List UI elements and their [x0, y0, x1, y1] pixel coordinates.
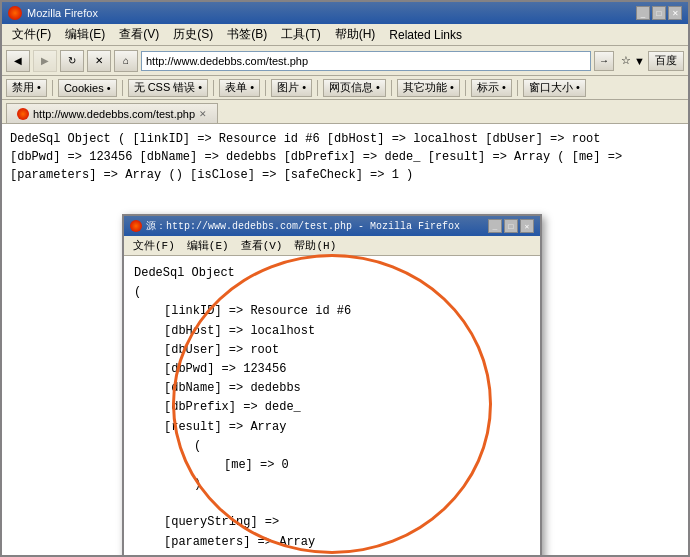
star-icon: ☆ [621, 54, 631, 67]
menu-tools[interactable]: 工具(T) [275, 24, 326, 45]
popup-close-button[interactable]: ✕ [520, 219, 534, 233]
tab-bar: http://www.dedebbs.com/test.php ✕ [2, 100, 688, 124]
tab-label: http://www.dedebbs.com/test.php [33, 108, 195, 120]
popup-line-14: [queryString] => [164, 513, 530, 532]
popup-title-text: 源：http://www.dedebbs.com/test.php - Mozi… [146, 219, 460, 233]
stop-button[interactable]: ✕ [87, 50, 111, 72]
page-line-1: DedeSql Object ( [linkID] => Resource id… [10, 130, 680, 148]
maximize-button[interactable]: □ [652, 6, 666, 20]
menu-bar: 文件(F) 编辑(E) 查看(V) 历史(S) 书签(B) 工具(T) 帮助(H… [2, 24, 688, 46]
menu-history[interactable]: 历史(S) [167, 24, 219, 45]
popup-line-16: ( [194, 552, 530, 555]
page-line-2: [dbPwd] => 123456 [dbName] => dedebbs [d… [10, 148, 680, 166]
go-button[interactable]: → [594, 51, 614, 71]
css-button[interactable]: 无 CSS 错误 • [128, 79, 209, 97]
title-bar: Mozilla Firefox _ □ ✕ [2, 2, 688, 24]
menu-related[interactable]: Related Links [383, 26, 468, 44]
refresh-button[interactable]: ↻ [60, 50, 84, 72]
cookies-button[interactable]: Cookies • [58, 79, 117, 97]
menu-bookmarks[interactable]: 书签(B) [221, 24, 273, 45]
popup-menu-view[interactable]: 查看(V) [236, 237, 288, 254]
mark-button[interactable]: 标示 • [471, 79, 512, 97]
page-line-3: [parameters] => Array () [isClose] => [s… [10, 166, 680, 184]
popup-line-12: ) [194, 475, 530, 494]
minimize-button[interactable]: _ [636, 6, 650, 20]
popup-content: DedeSql Object ( [linkID] => Resource id… [124, 256, 540, 555]
popup-line-13 [134, 494, 530, 513]
popup-line-2: ( [134, 283, 530, 302]
separator-2 [122, 80, 123, 96]
popup-line-1: DedeSql Object [134, 264, 530, 283]
popup-line-11: [me] => 0 [224, 456, 530, 475]
popup-line-8: [dbPrefix] => dede_ [164, 398, 530, 417]
menu-file[interactable]: 文件(F) [6, 24, 57, 45]
separator-7 [465, 80, 466, 96]
popup-line-4: [dbHost] => localhost [164, 322, 530, 341]
tab-close-button[interactable]: ✕ [199, 109, 207, 119]
popup-minimize-button[interactable]: _ [488, 219, 502, 233]
popup-maximize-button[interactable]: □ [504, 219, 518, 233]
home-button[interactable]: ⌂ [114, 50, 138, 72]
popup-menu-file[interactable]: 文件(F) [128, 237, 180, 254]
form-button[interactable]: 表单 • [219, 79, 260, 97]
popup-line-9: [result] => Array [164, 418, 530, 437]
address-input[interactable] [141, 51, 591, 71]
separator-3 [213, 80, 214, 96]
popup-menu-edit[interactable]: 编辑(E) [182, 237, 234, 254]
popup-line-5: [dbUser] => root [164, 341, 530, 360]
popup-firefox-icon [130, 220, 142, 232]
firefox-window: Mozilla Firefox _ □ ✕ 文件(F) 编辑(E) 查看(V) … [0, 0, 690, 557]
search-engine-button[interactable]: 百度 [648, 51, 684, 71]
extra-toolbar: 禁用 • Cookies • 无 CSS 错误 • 表单 • 图片 • 网页信息… [2, 76, 688, 100]
menu-help[interactable]: 帮助(H) [329, 24, 382, 45]
separator-4 [265, 80, 266, 96]
popup-window-controls: _ □ ✕ [488, 219, 534, 233]
menu-view[interactable]: 查看(V) [113, 24, 165, 45]
window-title: Mozilla Firefox [27, 7, 98, 19]
page-info-button[interactable]: 网页信息 • [323, 79, 386, 97]
window-size-button[interactable]: 窗口大小 • [523, 79, 586, 97]
popup-line-15: [parameters] => Array [164, 533, 530, 552]
separator-8 [517, 80, 518, 96]
firefox-icon [8, 6, 22, 20]
popup-title-left: 源：http://www.dedebbs.com/test.php - Mozi… [130, 219, 460, 233]
popup-line-6: [dbPwd] => 123456 [164, 360, 530, 379]
separator-6 [391, 80, 392, 96]
popup-line-3: [linkID] => Resource id #6 [164, 302, 530, 321]
image-button[interactable]: 图片 • [271, 79, 312, 97]
forward-button[interactable]: ▶ [33, 50, 57, 72]
separator-5 [317, 80, 318, 96]
tab-icon [17, 108, 29, 120]
back-button[interactable]: ◀ [6, 50, 30, 72]
window-controls: _ □ ✕ [636, 6, 682, 20]
popup-menu-help[interactable]: 帮助(H) [289, 237, 341, 254]
nav-toolbar: ◀ ▶ ↻ ✕ ⌂ → ☆ ▼ 百度 [2, 46, 688, 76]
popup-line-7: [dbName] => dedebbs [164, 379, 530, 398]
popup-title-bar: 源：http://www.dedebbs.com/test.php - Mozi… [124, 216, 540, 236]
separator-1 [52, 80, 53, 96]
close-button[interactable]: ✕ [668, 6, 682, 20]
page-content: DedeSql Object ( [linkID] => Resource id… [2, 124, 688, 555]
popup-window: 源：http://www.dedebbs.com/test.php - Mozi… [122, 214, 542, 555]
bookmark-icon: ▼ [634, 55, 645, 67]
popup-line-10: ( [194, 437, 530, 456]
menu-edit[interactable]: 编辑(E) [59, 24, 111, 45]
disable-button[interactable]: 禁用 • [6, 79, 47, 97]
other-button[interactable]: 其它功能 • [397, 79, 460, 97]
title-bar-left: Mozilla Firefox [8, 6, 98, 20]
tab-main[interactable]: http://www.dedebbs.com/test.php ✕ [6, 103, 218, 123]
popup-menu-bar: 文件(F) 编辑(E) 查看(V) 帮助(H) [124, 236, 540, 256]
